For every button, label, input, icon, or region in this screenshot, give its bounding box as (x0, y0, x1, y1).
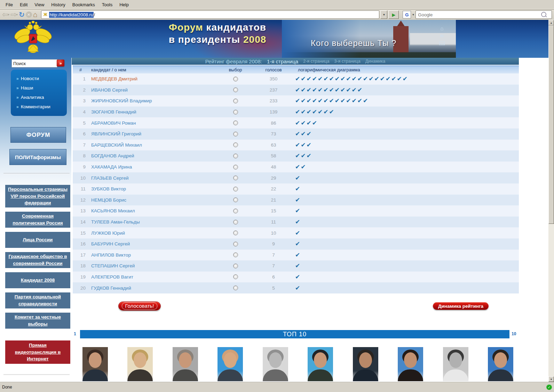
candidate-link[interactable]: АЛЕКПЕРОВ Вагит (88, 274, 217, 280)
rating-page-4[interactable]: Динамика (365, 59, 386, 64)
sidebar-video-block[interactable]: Прямая видеотрансляция в Интернет (5, 340, 70, 364)
menu-item-3[interactable]: History (48, 1, 69, 9)
forward-button[interactable]: ⇨▾ (10, 10, 18, 19)
address-dropdown-button[interactable]: ▼ (380, 10, 387, 19)
search-engine-dropdown-icon[interactable]: ▼ (412, 13, 414, 16)
vote-radio-11[interactable] (233, 187, 238, 191)
vote-radio-9[interactable] (233, 165, 238, 170)
sidebar-nav-link-2[interactable]: »Аналитика (16, 95, 67, 100)
vote-radio-2[interactable] (233, 87, 238, 92)
rating-page-1[interactable]: 1-я страница (267, 58, 298, 64)
vertical-scrollbar[interactable]: ▲ ▼ (548, 20, 554, 382)
candidate-link[interactable]: ЗЮГАНОВ Геннадий (88, 109, 217, 115)
vote-button[interactable]: Голосовать! (118, 301, 161, 311)
vote-radio-5[interactable] (233, 120, 238, 125)
vote-radio-3[interactable] (233, 99, 238, 103)
candidate-link[interactable]: МЕДВЕДЕВ Дмитрий (88, 76, 217, 81)
go-button[interactable]: ▶ (388, 10, 399, 19)
candidate-photo-3[interactable] (173, 347, 198, 381)
home-page-icon[interactable]: ⌂ (439, 26, 445, 31)
vote-radio-12[interactable] (233, 197, 238, 202)
search-engine-icon[interactable]: G (403, 11, 411, 18)
menu-item-1[interactable]: Edit (16, 1, 31, 9)
candidate-photo-10[interactable] (488, 347, 513, 381)
mail-icon[interactable]: ✉ (439, 34, 445, 38)
sidebar-block-2[interactable]: Лица России (5, 232, 70, 248)
menu-item-2[interactable]: View (31, 1, 48, 9)
menu-item-4[interactable]: Bookmarks (69, 1, 98, 9)
candidate-link[interactable]: КАСЬЯНОВ Михаил (88, 208, 217, 213)
vote-radio-8[interactable] (233, 154, 238, 158)
candidate-link[interactable]: ТУЛЕЕВ Аман-Гельды (88, 219, 217, 225)
candidate-link[interactable]: НЕМЦОВ Борис (88, 197, 217, 203)
candidate-link[interactable]: ЛУЖКОВ Юрий (88, 230, 217, 236)
candidate-photo-8[interactable] (398, 347, 423, 381)
candidate-photo-4[interactable] (217, 347, 243, 381)
web-search-input[interactable] (416, 10, 552, 19)
vote-radio-6[interactable] (233, 132, 238, 136)
back-button[interactable]: ⇦▾ (2, 10, 9, 19)
candidate-link[interactable]: АБРАМОВИЧ Роман (88, 120, 217, 126)
sidebar-block-0[interactable]: Персональные страницы VIP персон Российс… (5, 185, 70, 207)
menu-item-5[interactable]: Tools (98, 1, 116, 9)
menu-item-0[interactable]: File (2, 1, 16, 9)
vote-radio-10[interactable] (233, 175, 238, 180)
vote-radio-16[interactable] (233, 242, 238, 246)
sidebar-block-1[interactable]: Современная политическая Россия (5, 212, 70, 228)
rating-page-2[interactable]: 2-я страница (303, 59, 329, 64)
scroll-up-button[interactable]: ▲ (548, 20, 554, 25)
site-search-button[interactable]: » (57, 60, 64, 66)
votes-count: 22 (254, 186, 293, 191)
vote-radio-7[interactable] (233, 142, 238, 147)
vote-radio-19[interactable] (233, 274, 238, 279)
stop-button[interactable]: ✕ (26, 10, 32, 19)
vote-radio-13[interactable] (233, 209, 238, 213)
candidate-photo-1[interactable] (82, 347, 108, 381)
sidebar-nav-link-3[interactable]: »Комментарии (16, 104, 67, 109)
scrollbar-thumb[interactable] (548, 25, 554, 224)
sidebar-block-5[interactable]: Партия социальной справедливости (5, 292, 70, 308)
forum-button[interactable]: ФОРУМ (10, 127, 66, 143)
sidebar-block-4[interactable]: Кандидат 2008 (5, 272, 70, 288)
candidate-photo-9[interactable] (443, 347, 468, 381)
sidebar-block-3[interactable]: Гражданское общество в современной Росси… (5, 252, 70, 268)
vote-radio-4[interactable] (233, 110, 238, 115)
candidate-link[interactable]: АНПИЛОВ Виктор (88, 252, 217, 258)
candidate-link[interactable]: БАРЩЕВСКИЙ Михаил (88, 142, 217, 148)
candidate-link[interactable]: ГУДКОВ Геннадий (88, 285, 217, 291)
candidate-photo-6[interactable] (308, 347, 333, 381)
rating-dynamics-button[interactable]: Динамика рейтинга (433, 302, 489, 310)
candidate-link[interactable]: БАБУРИН Сергей (88, 241, 217, 246)
vote-radio-1[interactable] (233, 77, 238, 81)
search-magnifier-icon[interactable] (541, 12, 546, 17)
vote-radio-18[interactable] (233, 264, 238, 268)
candidate-link[interactable]: ЖИРИНОВСКИЙ Владимир (88, 98, 217, 103)
candidate-link[interactable]: БОГДАНОВ Андрей (88, 153, 217, 158)
candidate-link[interactable]: СТЕПАШИН Сергей (88, 263, 217, 268)
candidate-link[interactable]: ЗУБКОВ Виктор (88, 186, 217, 191)
rating-page-3[interactable]: 3-я страница (334, 59, 360, 64)
candidate-link[interactable]: ИВАНОВ Сергей (88, 87, 217, 93)
sidebar-nav-link-1[interactable]: »Наши (16, 85, 67, 91)
candidate-link[interactable]: ГЛАЗЬЕВ Сергей (88, 175, 217, 181)
candidate-photo-2[interactable] (127, 347, 153, 381)
scroll-down-button[interactable]: ▼ (548, 376, 554, 382)
candidate-photo-7[interactable] (353, 347, 378, 381)
vote-radio-14[interactable] (233, 220, 238, 225)
candidate-photo-5[interactable] (263, 347, 288, 381)
candidate-link[interactable]: ХАКАМАДА Ирина (88, 164, 217, 170)
sidebar-nav-link-0[interactable]: »Новости (16, 76, 67, 81)
vote-radio-15[interactable] (233, 230, 238, 235)
vote-radio-17[interactable] (233, 252, 238, 257)
address-input[interactable]: Ж http://kandidat2008.ru / (41, 10, 379, 19)
site-favicon-icon: Ж (43, 12, 48, 17)
rss-icon[interactable]: RSS (439, 41, 445, 45)
candidate-link[interactable]: ЯВЛИНСКИЙ Григорий (88, 131, 217, 136)
menu-item-6[interactable]: Help (116, 1, 132, 9)
home-button[interactable]: ⌂ (33, 10, 38, 19)
site-search-input[interactable] (11, 59, 57, 68)
reload-button[interactable]: ↻ (19, 10, 25, 19)
politaphorisms-button[interactable]: ПОЛИТафоризмы (9, 149, 66, 165)
vote-radio-20[interactable] (233, 285, 238, 290)
sidebar-block-6[interactable]: Комитет за честные выборы (5, 313, 70, 329)
